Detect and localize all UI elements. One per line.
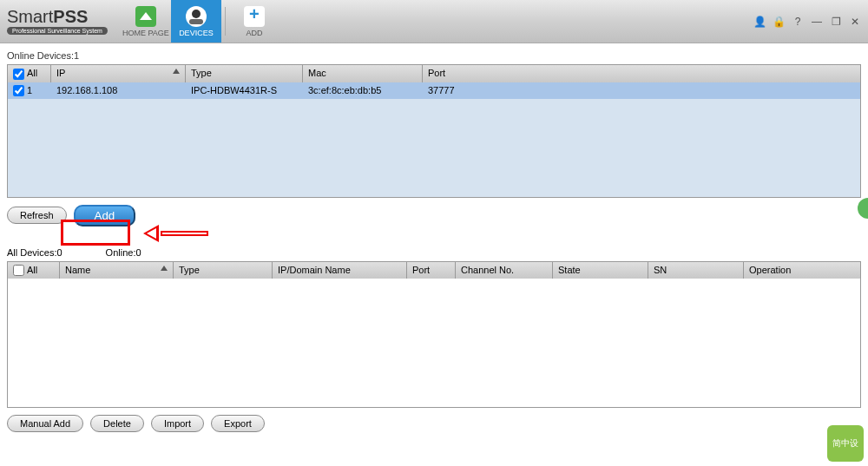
col-port[interactable]: Port <box>407 262 456 279</box>
export-button[interactable]: Export <box>211 415 265 432</box>
online-grid-header: All IP Type Mac Port <box>8 65 860 82</box>
user-icon[interactable]: 👤 <box>753 16 766 28</box>
cell-idx: 1 <box>8 82 51 100</box>
help-icon[interactable]: ? <box>792 16 804 28</box>
delete-button[interactable]: Delete <box>90 415 144 432</box>
nav-tabs: HOME PAGE DEVICES ADD <box>121 0 279 43</box>
add-icon <box>244 6 265 27</box>
select-all-online-checkbox[interactable] <box>13 69 24 80</box>
tab-add-label: ADD <box>246 29 262 37</box>
online-devices-grid: All IP Type Mac Port 1 192.168.1.108 IPC… <box>7 64 861 198</box>
app-logo: SmartPSS Professional Surveillance Syste… <box>7 8 108 35</box>
close-icon[interactable]: ✕ <box>849 16 861 28</box>
window-controls: 👤 🔒 ? — ❐ ✕ <box>753 16 861 28</box>
home-icon <box>135 6 156 27</box>
col-operation[interactable]: Operation <box>744 262 860 279</box>
table-row[interactable]: 1 192.168.1.108 IPC-HDBW4431R-S 3c:ef:8c… <box>8 82 860 100</box>
col-name[interactable]: Name <box>60 262 174 279</box>
devices-icon <box>186 6 207 27</box>
col-all[interactable]: All <box>8 65 51 82</box>
col-ipdomain[interactable]: IP/Domain Name <box>273 262 407 279</box>
col-port[interactable]: Port <box>423 65 860 82</box>
minimize-icon[interactable]: — <box>811 16 823 28</box>
manual-add-button[interactable]: Manual Add <box>7 415 83 432</box>
tab-add[interactable]: ADD <box>229 0 279 43</box>
online-grid-body: 1 192.168.1.108 IPC-HDBW4431R-S 3c:ef:8c… <box>8 82 860 197</box>
all-devices-labels: All Devices:0 Online:0 <box>0 244 868 261</box>
lock-icon[interactable]: 🔒 <box>773 16 785 28</box>
row-checkbox[interactable] <box>13 85 24 96</box>
cell-mac: 3c:ef:8c:eb:db:b5 <box>303 82 423 100</box>
col-type[interactable]: Type <box>174 262 273 279</box>
col-sn[interactable]: SN <box>648 262 744 279</box>
all-grid-body <box>8 279 860 407</box>
all-online-count-label: Online:0 <box>106 247 141 258</box>
add-button[interactable]: Add <box>74 205 136 226</box>
all-buttons: Manual Add Delete Import Export <box>0 408 868 439</box>
tab-home[interactable]: HOME PAGE <box>121 0 171 43</box>
all-grid-header: All Name Type IP/Domain Name Port Channe… <box>8 262 860 279</box>
app-subtitle: Professional Surveillance System <box>7 27 108 35</box>
online-devices-label: Online Devices:1 <box>0 47 868 64</box>
maximize-icon[interactable]: ❐ <box>830 16 842 28</box>
tab-home-label: HOME PAGE <box>122 29 169 37</box>
all-devices-grid: All Name Type IP/Domain Name Port Channe… <box>7 261 861 409</box>
col-type[interactable]: Type <box>186 65 303 82</box>
titlebar: SmartPSS Professional Surveillance Syste… <box>0 0 868 43</box>
online-buttons: Refresh Add <box>0 198 868 233</box>
tab-devices-label: DEVICES <box>179 29 214 37</box>
cell-ip: 192.168.1.108 <box>51 82 186 100</box>
import-button[interactable]: Import <box>151 415 204 432</box>
sort-arrow-icon <box>161 266 168 271</box>
watermark: 简中设 <box>827 425 864 462</box>
select-all-checkbox[interactable] <box>13 265 24 276</box>
nav-separator <box>225 7 226 36</box>
refresh-button[interactable]: Refresh <box>7 207 67 224</box>
app-name: SmartPSS <box>7 8 88 25</box>
col-all[interactable]: All <box>8 262 60 279</box>
col-mac[interactable]: Mac <box>303 65 423 82</box>
all-devices-count-label: All Devices:0 <box>7 247 62 258</box>
sort-arrow-icon <box>173 69 180 74</box>
col-channel[interactable]: Channel No. <box>456 262 553 279</box>
col-ip[interactable]: IP <box>51 65 186 82</box>
cell-port: 37777 <box>423 82 860 100</box>
cell-type: IPC-HDBW4431R-S <box>186 82 303 100</box>
col-state[interactable]: State <box>553 262 648 279</box>
tab-devices[interactable]: DEVICES <box>171 0 221 43</box>
